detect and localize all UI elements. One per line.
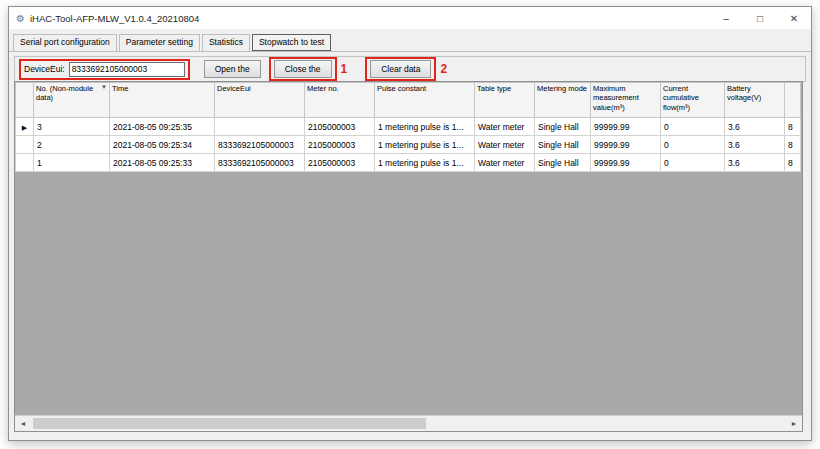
device-eui-label: DeviceEui:	[24, 64, 65, 74]
column-header-current-flow[interactable]: Current cumulative flow(m³)	[661, 83, 725, 118]
cell-max-value[interactable]: 99999.99	[591, 118, 661, 136]
titlebar[interactable]: ⚙ iHAC-Tool-AFP-MLW_V1.0.4_20210804 – □ …	[9, 7, 811, 29]
cell-max-value[interactable]: 99999.99	[591, 136, 661, 154]
column-header-battery[interactable]: Battery voltage(V)	[725, 83, 785, 118]
window-controls: – □ ✕	[709, 7, 811, 29]
cell-deviceeui[interactable]: 8333692105000003	[215, 118, 305, 136]
cell-meter-no[interactable]: 2105000003	[305, 154, 375, 172]
cell-battery[interactable]: 3.6	[725, 154, 785, 172]
cell-max-value[interactable]: 99999.99	[591, 154, 661, 172]
cell-metering-mode[interactable]: Single Hall	[535, 136, 591, 154]
tab-stopwatch-to-test[interactable]: Stopwatch to test	[252, 34, 331, 51]
cell-current-flow[interactable]: 0	[661, 136, 725, 154]
annotation-marker-1: 1	[341, 62, 348, 76]
maximize-button[interactable]: □	[743, 7, 777, 29]
close-serial-button[interactable]: Close the	[274, 60, 332, 78]
cell-battery[interactable]: 3.6	[725, 136, 785, 154]
scrollbar-thumb[interactable]	[33, 418, 426, 429]
column-header-metering-mode[interactable]: Metering mode	[535, 83, 591, 118]
tab-statistics[interactable]: Statistics	[202, 34, 250, 51]
column-header-deviceeui[interactable]: DeviceEui	[215, 83, 305, 118]
grid-table: No. (Non-module data) ▼ Time DeviceEui M…	[15, 82, 801, 172]
annotation-box-close: Close the	[269, 57, 337, 81]
table-row: 2 2021-08-05 09:25:34 8333692105000003 2…	[16, 136, 801, 154]
column-header-meter-no[interactable]: Meter no.	[305, 83, 375, 118]
cell-deviceeui[interactable]: 8333692105000003	[215, 136, 305, 154]
row-header[interactable]	[16, 136, 34, 154]
cell-table-type[interactable]: Water meter	[475, 118, 535, 136]
table-row: 1 2021-08-05 09:25:33 8333692105000003 2…	[16, 154, 801, 172]
column-header-extra[interactable]	[785, 83, 801, 118]
cell-pulse-constant[interactable]: 1 metering pulse is 1...	[375, 136, 475, 154]
cell-current-flow[interactable]: 0	[661, 118, 725, 136]
cell-no[interactable]: 2	[34, 136, 110, 154]
tab-strip: Serial port configuration Parameter sett…	[9, 29, 811, 52]
scroll-left-icon[interactable]: ◄	[15, 416, 31, 431]
column-header-no[interactable]: No. (Non-module data) ▼	[34, 83, 110, 118]
annotation-box-input: DeviceEui:	[19, 59, 190, 80]
column-header-pulse-constant[interactable]: Pulse constant	[375, 83, 475, 118]
row-header[interactable]	[16, 154, 34, 172]
column-header-time[interactable]: Time	[110, 83, 215, 118]
grid-empty-area	[15, 172, 802, 415]
window-title: iHAC-Tool-AFP-MLW_V1.0.4_20210804	[30, 13, 199, 24]
header-row: No. (Non-module data) ▼ Time DeviceEui M…	[16, 83, 801, 118]
toolbar-panel: DeviceEui: Open the Close the 1 Clear da…	[14, 56, 806, 82]
column-label: No. (Non-module data)	[36, 84, 99, 103]
cell-deviceeui[interactable]: 8333692105000003	[215, 154, 305, 172]
cell-extra[interactable]: 8	[785, 154, 801, 172]
filter-icon[interactable]: ▼	[101, 84, 107, 92]
column-header-max-value[interactable]: Maximum measurement value(m³)	[591, 83, 661, 118]
scroll-right-icon[interactable]: ►	[786, 416, 802, 431]
open-serial-button[interactable]: Open the	[204, 60, 261, 78]
cell-battery[interactable]: 3.6	[725, 118, 785, 136]
app-window: ⚙ iHAC-Tool-AFP-MLW_V1.0.4_20210804 – □ …	[8, 6, 812, 441]
cell-extra[interactable]: 8	[785, 136, 801, 154]
column-header-table-type[interactable]: Table type	[475, 83, 535, 118]
cell-time[interactable]: 2021-08-05 09:25:34	[110, 136, 215, 154]
scrollbar-track[interactable]	[31, 416, 786, 431]
minimize-button[interactable]: –	[709, 7, 743, 29]
cell-table-type[interactable]: Water meter	[475, 136, 535, 154]
cell-time[interactable]: 2021-08-05 09:25:35	[110, 118, 215, 136]
clear-data-button[interactable]: Clear data	[370, 60, 431, 78]
grid-corner[interactable]	[16, 83, 34, 118]
app-icon[interactable]: ⚙	[16, 13, 25, 24]
cell-no[interactable]: 3	[34, 118, 110, 136]
cell-extra[interactable]: 8	[785, 118, 801, 136]
cell-current-flow[interactable]: 0	[661, 154, 725, 172]
table-row: ▶ 3 2021-08-05 09:25:35 8333692105000003…	[16, 118, 801, 136]
cell-table-type[interactable]: Water meter	[475, 154, 535, 172]
horizontal-scrollbar[interactable]: ◄ ►	[15, 415, 802, 431]
cell-meter-no[interactable]: 2105000003	[305, 118, 375, 136]
row-header[interactable]: ▶	[16, 118, 34, 136]
cell-metering-mode[interactable]: Single Hall	[535, 154, 591, 172]
tab-serial-port-configuration[interactable]: Serial port configuration	[13, 34, 117, 51]
cell-pulse-constant[interactable]: 1 metering pulse is 1...	[375, 118, 475, 136]
cell-metering-mode[interactable]: Single Hall	[535, 118, 591, 136]
device-eui-input[interactable]	[69, 62, 185, 77]
annotation-box-clear: Clear data	[365, 57, 436, 81]
annotation-marker-2: 2	[440, 62, 447, 76]
cell-meter-no[interactable]: 2105000003	[305, 136, 375, 154]
close-button[interactable]: ✕	[777, 7, 811, 29]
data-grid: No. (Non-module data) ▼ Time DeviceEui M…	[14, 81, 803, 432]
tab-parameter-setting[interactable]: Parameter setting	[119, 34, 200, 51]
cell-time[interactable]: 2021-08-05 09:25:33	[110, 154, 215, 172]
cell-pulse-constant[interactable]: 1 metering pulse is 1...	[375, 154, 475, 172]
current-row-icon: ▶	[22, 124, 27, 131]
cell-no[interactable]: 1	[34, 154, 110, 172]
